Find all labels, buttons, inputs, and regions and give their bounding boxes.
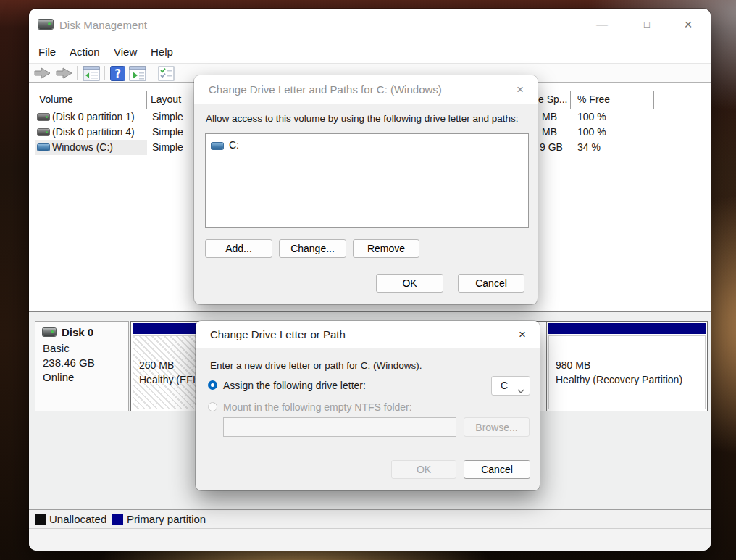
- disk0-info-panel[interactable]: Disk 0 Basic 238.46 GB Online: [35, 321, 129, 411]
- mount-folder-input[interactable]: [223, 417, 456, 437]
- toolbar-separator: [104, 66, 105, 80]
- forward-arrow-icon[interactable]: [55, 67, 74, 82]
- title-bar[interactable]: Disk Management — □ ×: [29, 9, 711, 41]
- browse-button[interactable]: Browse...: [464, 417, 530, 437]
- partition-color-bar: [133, 323, 200, 334]
- menu-action[interactable]: Action: [67, 43, 103, 61]
- column-header-pct-free[interactable]: % Free: [571, 91, 654, 109]
- cancel-button[interactable]: Cancel: [464, 460, 530, 479]
- volume-icon: [38, 114, 49, 120]
- primary-partition-swatch-icon: [112, 514, 123, 525]
- column-header-blank[interactable]: [654, 91, 708, 109]
- status-bar: [29, 528, 711, 551]
- drive-icon: [212, 143, 223, 149]
- svg-text:?: ?: [114, 67, 121, 80]
- mount-folder-radio[interactable]: [208, 402, 217, 411]
- dialog-title-bar[interactable]: Change Drive Letter or Path ×: [196, 321, 540, 348]
- ok-button[interactable]: OK: [376, 274, 443, 293]
- partition-recovery[interactable]: 980 MB Healthy (Recovery Partition): [546, 322, 707, 411]
- volume-icon: [38, 129, 49, 135]
- cancel-button[interactable]: Cancel: [458, 274, 524, 293]
- volume-name: (Disk 0 partition 1): [52, 109, 135, 125]
- dialog-title-bar[interactable]: Change Drive Letter and Paths for C: (Wi…: [194, 75, 538, 104]
- toolbar-separator: [151, 66, 151, 80]
- minimize-button[interactable]: —: [589, 14, 615, 35]
- status-bar-separator: [511, 531, 511, 549]
- dialog-title: Change Drive Letter or Path: [210, 328, 346, 340]
- desktop-wallpaper: Disk Management — □ × File Action View H…: [0, 0, 736, 560]
- volume-free-space: MB: [542, 109, 557, 125]
- menu-file[interactable]: File: [35, 43, 59, 61]
- drive-letter-label: C:: [229, 139, 239, 151]
- chevron-down-icon: [517, 384, 524, 396]
- change-button[interactable]: Change...: [279, 239, 346, 258]
- volume-name: (Disk 0 partition 4): [52, 125, 135, 140]
- help-icon[interactable]: ?: [110, 66, 125, 83]
- partition-efi[interactable]: 260 MB Healthy (EFI: [131, 322, 202, 411]
- window-title: Disk Management: [59, 19, 147, 31]
- drive-letter-select[interactable]: C: [491, 376, 530, 396]
- menu-bar: File Action View Help: [29, 41, 711, 64]
- back-arrow-icon[interactable]: [33, 67, 52, 82]
- maximize-button[interactable]: □: [634, 14, 660, 35]
- toolbar-separator: [77, 66, 78, 80]
- partition-size: 980 MB: [556, 359, 590, 371]
- ok-button[interactable]: OK: [391, 460, 456, 479]
- volume-pct-free: 100 %: [577, 109, 606, 125]
- drive-letter-value: C: [501, 380, 508, 391]
- partition-body: [548, 335, 706, 409]
- volume-icon: [38, 144, 49, 151]
- dialog-title: Change Drive Letter and Paths for C: (Wi…: [209, 83, 442, 96]
- add-button[interactable]: Add...: [205, 239, 272, 258]
- volume-name: Windows (C:): [52, 140, 113, 155]
- view-options-icon[interactable]: [158, 66, 175, 83]
- legend-label-unallocated: Unallocated: [49, 513, 106, 525]
- menu-view[interactable]: View: [111, 43, 140, 61]
- change-drive-letter-dialog: Change Drive Letter or Path × Enter a ne…: [196, 321, 540, 490]
- partition-body-hatched: [133, 335, 200, 409]
- disk-type: Basic: [43, 342, 70, 354]
- volume-free-space: MB: [542, 125, 557, 140]
- disk-size: 238.46 GB: [43, 356, 95, 369]
- dialog-description: Enter a new drive letter or path for C: …: [210, 360, 422, 371]
- disk-icon: [43, 328, 56, 336]
- action-pane-icon[interactable]: [129, 66, 146, 83]
- close-icon[interactable]: ×: [514, 326, 531, 343]
- disk-name: Disk 0: [62, 326, 93, 338]
- remove-button[interactable]: Remove: [353, 239, 419, 258]
- partition-status: Healthy (Recovery Partition): [556, 374, 682, 385]
- legend-bar: Unallocated Primary partition: [29, 509, 711, 528]
- disk-management-app-icon: [38, 20, 53, 29]
- volume-layout: Simple: [152, 140, 183, 155]
- close-icon[interactable]: ×: [511, 81, 529, 99]
- partition-color-bar: [548, 323, 706, 334]
- change-drive-letter-paths-dialog: Change Drive Letter and Paths for C: (Wi…: [194, 75, 538, 304]
- volume-layout: Simple: [152, 109, 183, 125]
- menu-help[interactable]: Help: [148, 43, 176, 61]
- close-button[interactable]: ×: [675, 14, 701, 35]
- mount-folder-label[interactable]: Mount in the following empty NTFS folder…: [223, 401, 412, 413]
- volume-pct-free: 100 %: [577, 125, 606, 140]
- legend-label-primary: Primary partition: [127, 513, 206, 525]
- volume-free-space: 9 GB: [540, 140, 563, 155]
- disk-status: Online: [43, 371, 74, 383]
- volume-pct-free: 34 %: [577, 140, 601, 155]
- volume-layout: Simple: [152, 125, 183, 140]
- drive-letter-listbox[interactable]: C:: [205, 133, 529, 228]
- console-tree-icon[interactable]: [83, 66, 100, 83]
- partition-status: Healthy (EFI: [139, 374, 196, 385]
- status-bar-separator: [632, 531, 632, 549]
- dialog-description: Allow access to this volume by using the…: [206, 113, 518, 124]
- unallocated-swatch-icon: [35, 514, 46, 525]
- assign-letter-label[interactable]: Assign the following drive letter:: [223, 380, 366, 391]
- assign-letter-radio[interactable]: [208, 380, 217, 390]
- partition-size: 260 MB: [139, 359, 174, 371]
- column-header-volume[interactable]: Volume: [35, 91, 147, 109]
